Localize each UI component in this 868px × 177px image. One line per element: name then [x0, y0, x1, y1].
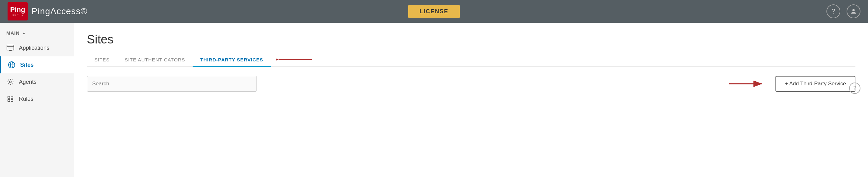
rules-icon — [6, 95, 14, 103]
svg-rect-9 — [8, 96, 10, 98]
agents-icon — [6, 78, 14, 86]
sidebar-item-agents-label: Agents — [19, 79, 36, 85]
svg-rect-12 — [11, 99, 13, 101]
page-title: Sites — [87, 33, 856, 46]
arrow-annotation-btn — [727, 79, 766, 88]
sidebar-item-sites[interactable]: Sites — [0, 56, 74, 73]
header-center: LICENSE — [408, 5, 460, 18]
sidebar-item-rules[interactable]: Rules — [0, 90, 74, 108]
search-input[interactable] — [87, 76, 257, 92]
app-name: PingAccess® — [31, 6, 88, 17]
svg-rect-11 — [8, 99, 10, 101]
help-button[interactable]: ? — [827, 4, 840, 18]
header: Ping Identity PingAccess® LICENSE ? — [0, 0, 868, 23]
tab-third-party-services[interactable]: THIRD-PARTY SERVICES — [193, 54, 271, 67]
tab-sites[interactable]: SITES — [87, 54, 117, 67]
main-layout: MAIN ▲ Applications — [0, 23, 868, 177]
tabs-bar: SITES SITE AUTHENTICATORS THIRD-PARTY SE… — [87, 54, 856, 67]
sidebar-item-rules-label: Rules — [19, 96, 33, 102]
ping-logo-text: Ping — [10, 6, 25, 13]
svg-rect-10 — [11, 96, 13, 98]
ping-logo: Ping Identity — [7, 2, 28, 21]
logo-area: Ping Identity PingAccess® — [7, 2, 88, 21]
tabs-container: SITES SITE AUTHENTICATORS THIRD-PARTY SE… — [87, 54, 856, 67]
sidebar: MAIN ▲ Applications — [0, 23, 74, 177]
svg-point-8 — [9, 81, 11, 83]
toolbar-row: + Add Third-Party Service — [87, 76, 856, 92]
tab-site-authenticators[interactable]: SITE AUTHENTICATORS — [117, 54, 193, 67]
header-right: ? — [827, 4, 861, 18]
sites-icon — [7, 61, 16, 69]
user-button[interactable] — [846, 4, 861, 18]
license-button[interactable]: LICENSE — [408, 5, 460, 18]
applications-icon — [6, 44, 14, 52]
arrow-annotation-tab — [276, 55, 313, 64]
sidebar-item-applications[interactable]: Applications — [0, 39, 74, 56]
sidebar-item-agents[interactable]: Agents — [0, 73, 74, 90]
sidebar-item-applications-label: Applications — [19, 45, 50, 51]
add-third-party-service-button[interactable]: + Add Third-Party Service — [775, 76, 856, 92]
chevron-up-icon: ▲ — [22, 31, 26, 35]
sidebar-item-sites-label: Sites — [20, 62, 34, 68]
svg-rect-1 — [7, 45, 14, 50]
ping-logo-subtext: Identity — [12, 13, 23, 17]
right-toolbar: + Add Third-Party Service — [727, 76, 856, 92]
svg-point-0 — [852, 9, 855, 11]
sidebar-section-label: MAIN ▲ — [0, 28, 74, 39]
content-area: Sites SITES SITE AUTHENTICATORS THIRD-PA… — [74, 23, 868, 177]
content-help-icon[interactable]: ? — [849, 83, 861, 94]
